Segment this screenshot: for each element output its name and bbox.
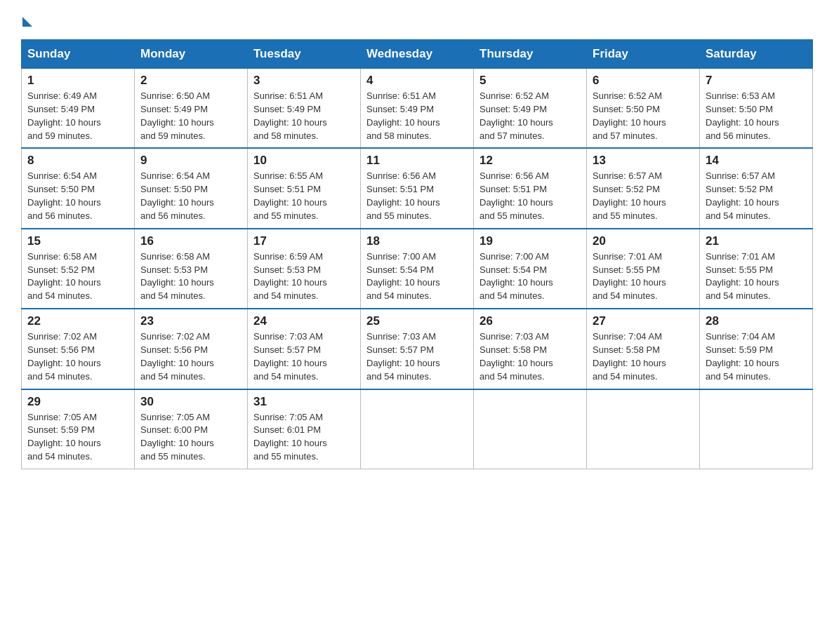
day-number: 6 <box>593 74 694 88</box>
day-info: Sunrise: 7:03 AMSunset: 5:57 PMDaylight:… <box>366 330 468 383</box>
calendar-header-thursday: Thursday <box>474 40 587 69</box>
day-info: Sunrise: 6:56 AMSunset: 5:51 PMDaylight:… <box>479 170 581 222</box>
calendar-header-wednesday: Wednesday <box>361 40 474 69</box>
day-number: 18 <box>366 234 468 248</box>
calendar-cell <box>361 389 474 469</box>
day-number: 26 <box>479 314 581 328</box>
day-info: Sunrise: 7:05 AMSunset: 6:01 PMDaylight:… <box>253 411 355 464</box>
day-number: 16 <box>140 234 241 248</box>
day-number: 13 <box>593 154 694 168</box>
calendar-cell: 21Sunrise: 7:01 AMSunset: 5:55 PMDayligh… <box>700 229 813 309</box>
day-info: Sunrise: 7:00 AMSunset: 5:54 PMDaylight:… <box>366 250 468 303</box>
day-number: 5 <box>479 74 581 88</box>
calendar-week-row: 15Sunrise: 6:58 AMSunset: 5:52 PMDayligh… <box>22 229 813 309</box>
calendar-cell: 25Sunrise: 7:03 AMSunset: 5:57 PMDayligh… <box>361 309 474 389</box>
calendar-cell: 29Sunrise: 7:05 AMSunset: 5:59 PMDayligh… <box>22 389 135 469</box>
calendar-cell: 4Sunrise: 6:51 AMSunset: 5:49 PMDaylight… <box>361 69 474 149</box>
day-number: 31 <box>253 395 355 409</box>
day-number: 28 <box>706 314 807 328</box>
day-number: 24 <box>253 314 355 328</box>
day-info: Sunrise: 7:02 AMSunset: 5:56 PMDaylight:… <box>140 330 241 383</box>
calendar-cell: 28Sunrise: 7:04 AMSunset: 5:59 PMDayligh… <box>700 309 813 389</box>
calendar-header-monday: Monday <box>135 40 248 69</box>
day-info: Sunrise: 7:00 AMSunset: 5:54 PMDaylight:… <box>479 250 581 303</box>
day-info: Sunrise: 7:03 AMSunset: 5:57 PMDaylight:… <box>253 330 355 383</box>
day-info: Sunrise: 6:51 AMSunset: 5:49 PMDaylight:… <box>253 90 355 142</box>
calendar-header-saturday: Saturday <box>700 40 813 69</box>
day-info: Sunrise: 6:54 AMSunset: 5:50 PMDaylight:… <box>27 170 128 222</box>
day-number: 1 <box>27 74 128 88</box>
calendar-header-friday: Friday <box>587 40 700 69</box>
calendar-cell: 22Sunrise: 7:02 AMSunset: 5:56 PMDayligh… <box>22 309 135 389</box>
calendar-header-row: SundayMondayTuesdayWednesdayThursdayFrid… <box>22 40 813 69</box>
calendar-cell <box>474 389 587 469</box>
day-number: 7 <box>706 74 807 88</box>
day-info: Sunrise: 6:49 AMSunset: 5:49 PMDaylight:… <box>27 90 128 142</box>
calendar-week-row: 8Sunrise: 6:54 AMSunset: 5:50 PMDaylight… <box>22 148 813 228</box>
day-info: Sunrise: 6:53 AMSunset: 5:50 PMDaylight:… <box>706 90 807 142</box>
calendar-header-tuesday: Tuesday <box>248 40 361 69</box>
day-number: 14 <box>706 154 807 168</box>
day-number: 27 <box>593 314 694 328</box>
calendar-cell: 30Sunrise: 7:05 AMSunset: 6:00 PMDayligh… <box>135 389 248 469</box>
day-info: Sunrise: 7:03 AMSunset: 5:58 PMDaylight:… <box>479 330 581 383</box>
logo <box>21 14 32 27</box>
calendar-table: SundayMondayTuesdayWednesdayThursdayFrid… <box>21 39 813 469</box>
calendar-cell <box>587 389 700 469</box>
day-number: 17 <box>253 234 355 248</box>
day-info: Sunrise: 7:04 AMSunset: 5:58 PMDaylight:… <box>593 330 694 383</box>
day-info: Sunrise: 6:58 AMSunset: 5:52 PMDaylight:… <box>27 250 128 303</box>
calendar-cell: 26Sunrise: 7:03 AMSunset: 5:58 PMDayligh… <box>474 309 587 389</box>
day-info: Sunrise: 7:02 AMSunset: 5:56 PMDaylight:… <box>27 330 128 383</box>
day-info: Sunrise: 6:55 AMSunset: 5:51 PMDaylight:… <box>253 170 355 222</box>
calendar-week-row: 1Sunrise: 6:49 AMSunset: 5:49 PMDaylight… <box>22 69 813 149</box>
day-info: Sunrise: 6:51 AMSunset: 5:49 PMDaylight:… <box>366 90 468 142</box>
day-number: 30 <box>140 395 241 409</box>
day-info: Sunrise: 6:52 AMSunset: 5:49 PMDaylight:… <box>479 90 581 142</box>
calendar-cell: 1Sunrise: 6:49 AMSunset: 5:49 PMDaylight… <box>22 69 135 149</box>
calendar-cell: 6Sunrise: 6:52 AMSunset: 5:50 PMDaylight… <box>587 69 700 149</box>
calendar-cell: 31Sunrise: 7:05 AMSunset: 6:01 PMDayligh… <box>248 389 361 469</box>
day-info: Sunrise: 6:57 AMSunset: 5:52 PMDaylight:… <box>593 170 694 222</box>
calendar-cell: 15Sunrise: 6:58 AMSunset: 5:52 PMDayligh… <box>22 229 135 309</box>
calendar-cell: 17Sunrise: 6:59 AMSunset: 5:53 PMDayligh… <box>248 229 361 309</box>
day-number: 29 <box>27 395 128 409</box>
calendar-cell: 11Sunrise: 6:56 AMSunset: 5:51 PMDayligh… <box>361 148 474 228</box>
calendar-cell: 16Sunrise: 6:58 AMSunset: 5:53 PMDayligh… <box>135 229 248 309</box>
calendar-cell: 23Sunrise: 7:02 AMSunset: 5:56 PMDayligh… <box>135 309 248 389</box>
calendar-cell: 7Sunrise: 6:53 AMSunset: 5:50 PMDaylight… <box>700 69 813 149</box>
day-number: 19 <box>479 234 581 248</box>
logo-arrow-icon <box>22 17 32 27</box>
calendar-cell: 19Sunrise: 7:00 AMSunset: 5:54 PMDayligh… <box>474 229 587 309</box>
day-number: 22 <box>27 314 128 328</box>
day-info: Sunrise: 7:05 AMSunset: 6:00 PMDaylight:… <box>140 411 241 464</box>
day-info: Sunrise: 6:58 AMSunset: 5:53 PMDaylight:… <box>140 250 241 303</box>
day-number: 21 <box>706 234 807 248</box>
day-number: 25 <box>366 314 468 328</box>
calendar-cell: 2Sunrise: 6:50 AMSunset: 5:49 PMDaylight… <box>135 69 248 149</box>
day-number: 8 <box>27 154 128 168</box>
day-info: Sunrise: 6:54 AMSunset: 5:50 PMDaylight:… <box>140 170 241 222</box>
day-number: 10 <box>253 154 355 168</box>
day-info: Sunrise: 7:04 AMSunset: 5:59 PMDaylight:… <box>706 330 807 383</box>
calendar-week-row: 29Sunrise: 7:05 AMSunset: 5:59 PMDayligh… <box>22 389 813 469</box>
day-info: Sunrise: 7:01 AMSunset: 5:55 PMDaylight:… <box>593 250 694 303</box>
calendar-cell: 10Sunrise: 6:55 AMSunset: 5:51 PMDayligh… <box>248 148 361 228</box>
day-number: 12 <box>479 154 581 168</box>
calendar-week-row: 22Sunrise: 7:02 AMSunset: 5:56 PMDayligh… <box>22 309 813 389</box>
day-number: 23 <box>140 314 241 328</box>
day-info: Sunrise: 7:05 AMSunset: 5:59 PMDaylight:… <box>27 411 128 464</box>
day-info: Sunrise: 6:50 AMSunset: 5:49 PMDaylight:… <box>140 90 241 142</box>
day-number: 20 <box>593 234 694 248</box>
day-number: 3 <box>253 74 355 88</box>
calendar-cell: 14Sunrise: 6:57 AMSunset: 5:52 PMDayligh… <box>700 148 813 228</box>
day-number: 9 <box>140 154 241 168</box>
calendar-cell: 24Sunrise: 7:03 AMSunset: 5:57 PMDayligh… <box>248 309 361 389</box>
calendar-cell: 18Sunrise: 7:00 AMSunset: 5:54 PMDayligh… <box>361 229 474 309</box>
day-info: Sunrise: 7:01 AMSunset: 5:55 PMDaylight:… <box>706 250 807 303</box>
calendar-cell: 27Sunrise: 7:04 AMSunset: 5:58 PMDayligh… <box>587 309 700 389</box>
page-header <box>21 14 813 27</box>
calendar-cell: 8Sunrise: 6:54 AMSunset: 5:50 PMDaylight… <box>22 148 135 228</box>
day-number: 4 <box>366 74 468 88</box>
day-number: 2 <box>140 74 241 88</box>
